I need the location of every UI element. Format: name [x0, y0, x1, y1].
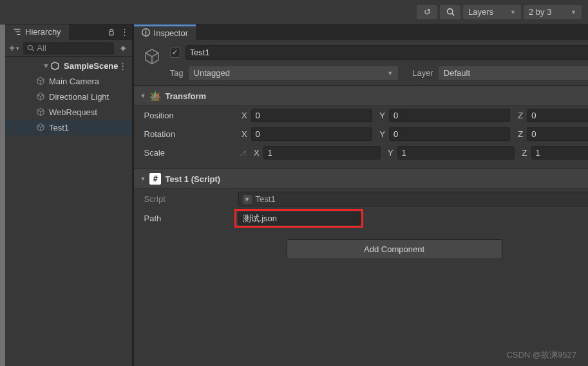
gameobject-icon: [36, 123, 45, 132]
script-component-header[interactable]: ▼ # Test 1 (Script) ❔ ⇄ ⋮: [134, 169, 588, 189]
gameobject-icon: [36, 77, 45, 86]
layer-label: Layer: [412, 68, 433, 78]
history-icon: ↺: [424, 7, 431, 17]
scene-name: SampleScene: [64, 61, 119, 71]
hierarchy-item-test1[interactable]: Test1: [5, 120, 132, 135]
scene-menu-icon[interactable]: ⋮: [119, 61, 127, 71]
svg-line-7: [32, 50, 34, 51]
position-x-input[interactable]: [251, 109, 372, 122]
scale-z-input[interactable]: [531, 146, 588, 160]
y-label: Y: [376, 111, 385, 120]
search-button[interactable]: [440, 5, 460, 19]
chevron-down-icon: ▼: [510, 9, 516, 15]
position-row: Position X Y Z: [134, 106, 588, 125]
script-field-label: Script: [144, 194, 234, 204]
rotation-label: Rotation: [144, 129, 234, 139]
layout-label: 2 by 3: [529, 7, 551, 17]
layer-dropdown[interactable]: Default ▼: [439, 66, 588, 80]
inspector-body: ✓ Static ▼ Tag Untagged ▼: [134, 40, 588, 366]
save-search-icon[interactable]: ◈: [118, 44, 128, 52]
tag-dropdown[interactable]: Untagged ▼: [189, 66, 399, 80]
layers-label: Layers: [468, 7, 493, 17]
hierarchy-item-light[interactable]: Directional Light: [5, 89, 132, 104]
search-icon: [446, 8, 455, 16]
add-component-button[interactable]: Add Component: [287, 239, 502, 259]
hierarchy-item-webrequest[interactable]: WebRequest: [5, 104, 132, 120]
inspector-panel: ⓘ Inspector ⋮ ✓: [134, 24, 588, 366]
hierarchy-search[interactable]: All: [23, 42, 113, 55]
foldout-icon[interactable]: ▼: [140, 176, 146, 182]
chevron-down-icon: ▼: [571, 9, 576, 15]
scene-row[interactable]: ▼ SampleScene ⋮: [5, 58, 132, 73]
z-label: Z: [514, 129, 523, 139]
history-button[interactable]: ↺: [417, 5, 437, 19]
script-value: Test1: [256, 194, 276, 204]
tag-label: Tag: [170, 68, 184, 78]
scale-row: Scale ⩘ X Y Z: [134, 143, 588, 162]
item-label: WebRequest: [49, 107, 97, 117]
layers-dropdown[interactable]: Layers ▼: [463, 5, 521, 19]
inspector-tab[interactable]: ⓘ Inspector: [134, 24, 196, 40]
inspector-tab-actions: ⋮: [196, 24, 588, 40]
transform-title: Transform: [165, 91, 588, 101]
script-object-field[interactable]: # Test1 ⊙: [238, 192, 588, 206]
plus-icon: +: [9, 42, 15, 54]
info-icon: ⓘ: [142, 27, 150, 39]
rotation-row: Rotation X Y Z: [134, 125, 588, 143]
create-button[interactable]: + ▾: [9, 42, 19, 54]
position-z-input[interactable]: [527, 109, 588, 122]
hierarchy-icon: [13, 28, 21, 36]
layout-dropdown[interactable]: 2 by 3 ▼: [524, 5, 582, 19]
chevron-down-icon: ▼: [387, 70, 393, 77]
rotation-x-input[interactable]: [251, 127, 372, 141]
gameobject-icon: [36, 107, 45, 116]
hierarchy-tab-bar: Hierarchy ⋮: [5, 24, 132, 40]
search-icon: [27, 44, 34, 51]
hierarchy-tab[interactable]: Hierarchy: [5, 24, 69, 40]
sidebar-gutter: [0, 24, 5, 366]
hierarchy-tab-actions: ⋮: [69, 24, 132, 40]
transform-icon: [149, 90, 161, 102]
watermark: CSDN @故渊9527: [506, 349, 576, 361]
rotation-y-input[interactable]: [389, 127, 510, 141]
menu-icon[interactable]: ⋮: [120, 27, 129, 37]
search-placeholder: All: [37, 43, 46, 53]
script-file-icon: #: [243, 195, 252, 204]
path-input[interactable]: [238, 212, 361, 225]
path-field-row: Path: [134, 209, 588, 228]
scale-y-input[interactable]: [397, 146, 515, 160]
z-label: Z: [518, 148, 527, 158]
hierarchy-toolbar: + ▾ All ◈: [5, 40, 132, 57]
svg-line-1: [451, 14, 453, 15]
position-label: Position: [144, 111, 234, 120]
svg-point-6: [28, 45, 33, 50]
rotation-z-input[interactable]: [527, 127, 588, 141]
y-label: Y: [376, 129, 385, 139]
script-title: Test 1 (Script): [165, 174, 588, 184]
transform-component-header[interactable]: ▼ Transform ❔ ⇄ ⋮: [134, 86, 588, 106]
gameobject-name-input[interactable]: [185, 45, 588, 60]
scale-x-input[interactable]: [263, 146, 381, 160]
z-label: Z: [514, 111, 523, 120]
gameobject-cube-icon[interactable]: [140, 45, 164, 68]
script-icon: #: [149, 173, 161, 185]
hierarchy-tree: ▼ SampleScene ⋮ Main Camera Directional …: [5, 57, 132, 366]
constrain-icon[interactable]: ⩘: [238, 148, 247, 158]
position-y-input[interactable]: [389, 109, 510, 122]
hierarchy-item-camera[interactable]: Main Camera: [5, 73, 132, 89]
foldout-icon[interactable]: ▼: [140, 93, 146, 99]
path-label: Path: [144, 214, 234, 223]
scale-label: Scale: [144, 148, 234, 158]
x-label: X: [238, 111, 247, 120]
layer-value: Default: [444, 68, 470, 78]
y-label: Y: [384, 148, 394, 158]
x-label: X: [238, 129, 247, 139]
lock-icon[interactable]: [108, 28, 115, 36]
foldout-icon[interactable]: ▼: [43, 62, 50, 69]
svg-rect-5: [109, 32, 113, 35]
enabled-checkbox[interactable]: ✓: [170, 48, 180, 58]
gameobject-icon: [36, 92, 45, 101]
top-toolbar: ↺ Layers ▼ 2 by 3 ▼: [0, 0, 588, 24]
tag-value: Untagged: [194, 68, 230, 78]
unity-scene-icon: [50, 61, 60, 71]
